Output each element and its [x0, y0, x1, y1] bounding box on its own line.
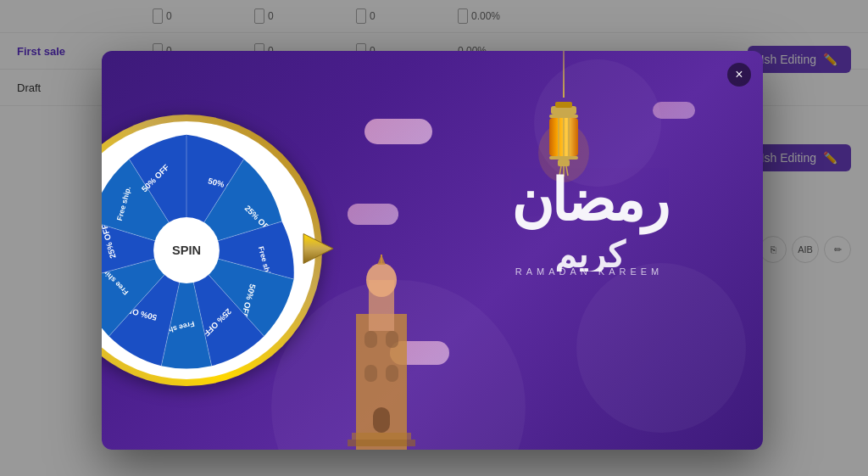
- svg-text:كريم: كريم: [554, 235, 626, 272]
- wheel-container: 50% OFF 25% OFF Free ship. 50% OFF 25% O…: [102, 115, 322, 386]
- wheel-outer-ring: 50% OFF 25% OFF Free ship. 50% OFF 25% O…: [102, 115, 322, 386]
- svg-rect-10: [352, 433, 411, 440]
- lantern-rope: [563, 51, 565, 98]
- svg-rect-6: [386, 331, 398, 348]
- modal-overlay: رمضان كريم RAMADAN KAREEM 50% OFF: [0, 0, 868, 476]
- deco-circle-2: [576, 263, 746, 433]
- svg-rect-9: [373, 407, 390, 433]
- minaret-svg: [331, 246, 432, 450]
- arabic-calligraphy-svg: رمضان كريم: [445, 136, 733, 272]
- cloud-left-top: [364, 119, 432, 144]
- arabic-calligraphy-area: رمضان كريم RAMADAN KAREEM: [441, 136, 737, 277]
- svg-rect-8: [386, 365, 398, 382]
- svg-rect-5: [364, 331, 377, 348]
- arabic-text-container: رمضان كريم: [441, 136, 737, 275]
- svg-marker-51: [303, 234, 333, 264]
- svg-rect-7: [364, 365, 377, 382]
- wheel-pointer: [299, 226, 337, 276]
- svg-text:SPIN: SPIN: [172, 244, 201, 257]
- svg-rect-15: [549, 115, 578, 118]
- close-button[interactable]: ×: [727, 63, 751, 87]
- pointer-svg: [299, 226, 337, 272]
- wheel-inner-white: 50% OFF 25% OFF Free ship. 50% OFF 25% O…: [102, 121, 315, 379]
- wheel-svg: 50% OFF 25% OFF Free ship. 50% OFF 25% O…: [102, 123, 310, 378]
- svg-point-2: [366, 263, 397, 297]
- svg-rect-14: [555, 102, 572, 108]
- cloud-right-top: [653, 102, 695, 119]
- svg-marker-4: [377, 255, 386, 265]
- close-icon: ×: [735, 67, 743, 82]
- svg-text:رمضان: رمضان: [511, 168, 669, 235]
- cloud-left-mid: [348, 204, 398, 225]
- modal-dialog: رمضان كريم RAMADAN KAREEM 50% OFF: [102, 51, 763, 450]
- svg-rect-11: [348, 440, 415, 446]
